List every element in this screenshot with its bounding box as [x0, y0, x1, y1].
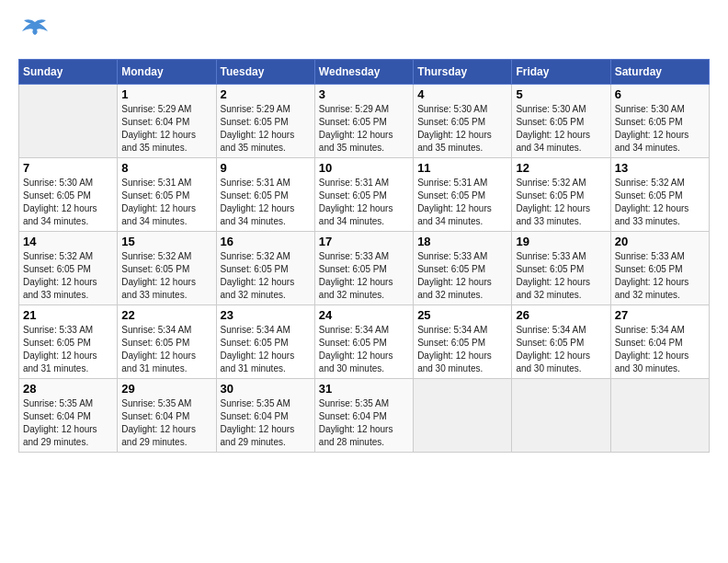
day-number: 22 [121, 308, 211, 322]
day-info: Sunrise: 5:32 AM Sunset: 6:05 PM Dayligh… [121, 250, 211, 302]
daylight-text: Daylight: 12 hours and 35 minutes. [417, 129, 507, 155]
calendar-cell [19, 85, 118, 158]
daylight-text: Daylight: 12 hours and 34 minutes. [319, 202, 409, 228]
sunset-text: Sunset: 6:05 PM [221, 337, 311, 350]
calendar-week-row: 7 Sunrise: 5:30 AM Sunset: 6:05 PM Dayli… [19, 158, 710, 232]
sunrise-text: Sunrise: 5:33 AM [23, 324, 113, 337]
daylight-text: Daylight: 12 hours and 32 minutes. [319, 276, 409, 302]
day-info: Sunrise: 5:34 AM Sunset: 6:05 PM Dayligh… [516, 324, 606, 375]
calendar-cell: 26 Sunrise: 5:34 AM Sunset: 6:05 PM Dayl… [512, 305, 610, 379]
day-info: Sunrise: 5:30 AM Sunset: 6:05 PM Dayligh… [417, 103, 507, 155]
header-friday: Friday [512, 60, 610, 85]
sunset-text: Sunset: 6:05 PM [516, 116, 606, 129]
header-sunday: Sunday [19, 60, 118, 85]
calendar-cell: 17 Sunrise: 5:33 AM Sunset: 6:05 PM Dayl… [314, 232, 413, 305]
calendar-cell [414, 379, 512, 453]
calendar-cell: 31 Sunrise: 5:35 AM Sunset: 6:04 PM Dayl… [314, 379, 413, 453]
day-number: 28 [23, 382, 113, 396]
daylight-text: Daylight: 12 hours and 34 minutes. [23, 202, 113, 228]
header-monday: Monday [118, 60, 216, 85]
sunset-text: Sunset: 6:05 PM [615, 263, 705, 276]
day-info: Sunrise: 5:30 AM Sunset: 6:05 PM Dayligh… [615, 103, 705, 155]
sunrise-text: Sunrise: 5:31 AM [121, 177, 211, 190]
sunrise-text: Sunrise: 5:32 AM [221, 250, 311, 263]
sunset-text: Sunset: 6:05 PM [23, 190, 113, 202]
daylight-text: Daylight: 12 hours and 32 minutes. [221, 276, 311, 302]
daylight-text: Daylight: 12 hours and 28 minutes. [319, 423, 409, 449]
sunrise-text: Sunrise: 5:30 AM [615, 103, 705, 116]
day-number: 30 [221, 382, 311, 396]
day-info: Sunrise: 5:34 AM Sunset: 6:04 PM Dayligh… [615, 324, 705, 375]
day-number: 17 [319, 235, 409, 248]
day-number: 23 [221, 308, 311, 322]
calendar-cell: 27 Sunrise: 5:34 AM Sunset: 6:04 PM Dayl… [610, 305, 709, 379]
daylight-text: Daylight: 12 hours and 31 minutes. [221, 350, 311, 375]
sunset-text: Sunset: 6:04 PM [319, 410, 409, 423]
sunset-text: Sunset: 6:05 PM [417, 337, 507, 350]
sunset-text: Sunset: 6:05 PM [23, 263, 113, 276]
day-number: 7 [23, 161, 113, 175]
calendar-cell: 1 Sunrise: 5:29 AM Sunset: 6:04 PM Dayli… [118, 85, 216, 158]
calendar-cell [512, 379, 610, 453]
day-number: 14 [23, 235, 113, 248]
sunrise-text: Sunrise: 5:31 AM [221, 177, 311, 190]
sunrise-text: Sunrise: 5:32 AM [23, 250, 113, 263]
day-info: Sunrise: 5:30 AM Sunset: 6:05 PM Dayligh… [23, 177, 113, 228]
calendar-cell: 25 Sunrise: 5:34 AM Sunset: 6:05 PM Dayl… [414, 305, 512, 379]
daylight-text: Daylight: 12 hours and 30 minutes. [516, 350, 606, 375]
sunrise-text: Sunrise: 5:34 AM [615, 324, 705, 337]
sunrise-text: Sunrise: 5:29 AM [221, 103, 311, 116]
page-header [18, 18, 710, 50]
calendar-cell: 18 Sunrise: 5:33 AM Sunset: 6:05 PM Dayl… [414, 232, 512, 305]
calendar-cell: 5 Sunrise: 5:30 AM Sunset: 6:05 PM Dayli… [512, 85, 610, 158]
calendar-cell: 7 Sunrise: 5:30 AM Sunset: 6:05 PM Dayli… [19, 158, 118, 232]
day-info: Sunrise: 5:29 AM Sunset: 6:04 PM Dayligh… [121, 103, 211, 155]
day-number: 8 [121, 161, 211, 175]
calendar-cell: 16 Sunrise: 5:32 AM Sunset: 6:05 PM Dayl… [216, 232, 314, 305]
sunrise-text: Sunrise: 5:33 AM [615, 250, 705, 263]
sunset-text: Sunset: 6:04 PM [121, 116, 211, 129]
sunset-text: Sunset: 6:04 PM [23, 410, 113, 423]
day-info: Sunrise: 5:33 AM Sunset: 6:05 PM Dayligh… [615, 250, 705, 302]
sunrise-text: Sunrise: 5:31 AM [417, 177, 507, 190]
day-number: 9 [221, 161, 311, 175]
sunrise-text: Sunrise: 5:35 AM [121, 397, 211, 410]
sunrise-text: Sunrise: 5:34 AM [319, 324, 409, 337]
day-number: 21 [23, 308, 113, 322]
daylight-text: Daylight: 12 hours and 35 minutes. [121, 129, 211, 155]
sunset-text: Sunset: 6:04 PM [221, 410, 311, 423]
day-number: 3 [319, 87, 409, 101]
day-info: Sunrise: 5:30 AM Sunset: 6:05 PM Dayligh… [516, 103, 606, 155]
day-info: Sunrise: 5:31 AM Sunset: 6:05 PM Dayligh… [121, 177, 211, 228]
calendar-cell: 29 Sunrise: 5:35 AM Sunset: 6:04 PM Dayl… [118, 379, 216, 453]
header-wednesday: Wednesday [314, 60, 413, 85]
calendar-cell: 2 Sunrise: 5:29 AM Sunset: 6:05 PM Dayli… [216, 85, 314, 158]
day-info: Sunrise: 5:35 AM Sunset: 6:04 PM Dayligh… [221, 397, 311, 449]
header-tuesday: Tuesday [216, 60, 314, 85]
daylight-text: Daylight: 12 hours and 34 minutes. [221, 202, 311, 228]
daylight-text: Daylight: 12 hours and 30 minutes. [319, 350, 409, 375]
calendar-week-row: 1 Sunrise: 5:29 AM Sunset: 6:04 PM Dayli… [19, 85, 710, 158]
sunset-text: Sunset: 6:05 PM [319, 116, 409, 129]
day-info: Sunrise: 5:29 AM Sunset: 6:05 PM Dayligh… [221, 103, 311, 155]
sunrise-text: Sunrise: 5:34 AM [221, 324, 311, 337]
sunset-text: Sunset: 6:05 PM [615, 190, 705, 202]
sunrise-text: Sunrise: 5:30 AM [23, 177, 113, 190]
header-saturday: Saturday [610, 60, 709, 85]
calendar-cell: 10 Sunrise: 5:31 AM Sunset: 6:05 PM Dayl… [314, 158, 413, 232]
day-info: Sunrise: 5:32 AM Sunset: 6:05 PM Dayligh… [516, 177, 606, 228]
day-number: 15 [121, 235, 211, 248]
calendar-cell: 15 Sunrise: 5:32 AM Sunset: 6:05 PM Dayl… [118, 232, 216, 305]
logo-bird-icon [18, 18, 51, 46]
header-thursday: Thursday [414, 60, 512, 85]
daylight-text: Daylight: 12 hours and 32 minutes. [417, 276, 507, 302]
day-number: 19 [516, 235, 606, 248]
calendar-cell [610, 379, 709, 453]
day-info: Sunrise: 5:34 AM Sunset: 6:05 PM Dayligh… [319, 324, 409, 375]
calendar-week-row: 14 Sunrise: 5:32 AM Sunset: 6:05 PM Dayl… [19, 232, 710, 305]
sunset-text: Sunset: 6:05 PM [319, 263, 409, 276]
sunrise-text: Sunrise: 5:32 AM [615, 177, 705, 190]
daylight-text: Daylight: 12 hours and 31 minutes. [23, 350, 113, 375]
day-number: 4 [417, 87, 507, 101]
day-number: 18 [417, 235, 507, 248]
